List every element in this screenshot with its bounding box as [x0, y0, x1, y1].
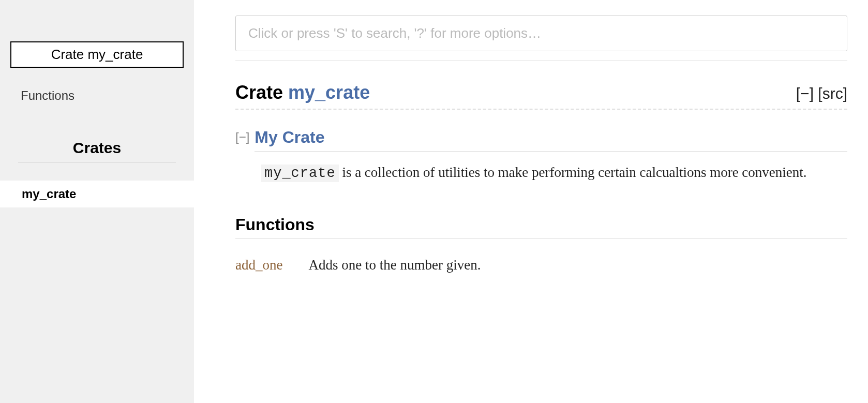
doc-body: my_crate is a collection of utilities to…	[261, 162, 847, 184]
doc-body-text: is a collection of utilities to make per…	[339, 165, 807, 180]
function-row: add_one Adds one to the number given.	[235, 257, 847, 273]
crate-name-link[interactable]: my_crate	[288, 82, 370, 103]
sidebar-crates-heading: Crates	[18, 139, 176, 162]
sidebar-crate-title: Crate my_crate	[10, 41, 184, 68]
doc-code-name: my_crate	[261, 165, 339, 182]
function-description: Adds one to the number given.	[308, 257, 481, 273]
page-title: Crate my_crate	[235, 82, 370, 103]
main-content: Crate my_crate [−] [src] [−] My Crate my…	[194, 0, 868, 403]
collapse-toggle[interactable]: [−]	[235, 130, 249, 144]
page-title-prefix: Crate	[235, 82, 288, 103]
doc-heading: My Crate	[255, 128, 847, 152]
divider	[235, 61, 847, 61]
search-input[interactable]	[235, 16, 847, 51]
functions-heading: Functions	[235, 215, 847, 239]
function-name-link[interactable]: add_one	[235, 257, 282, 273]
sidebar-functions-link[interactable]: Functions	[0, 68, 194, 103]
sidebar-crate-item[interactable]: my_crate	[0, 181, 194, 207]
src-link[interactable]: [src]	[818, 85, 847, 102]
page-title-row: Crate my_crate [−] [src]	[235, 82, 847, 110]
title-actions: [−] [src]	[796, 85, 847, 102]
sidebar: Crate my_crate Functions Crates my_crate	[0, 0, 194, 403]
doc-section: [−] My Crate	[235, 128, 847, 152]
collapse-all-toggle[interactable]: [−]	[796, 85, 814, 102]
